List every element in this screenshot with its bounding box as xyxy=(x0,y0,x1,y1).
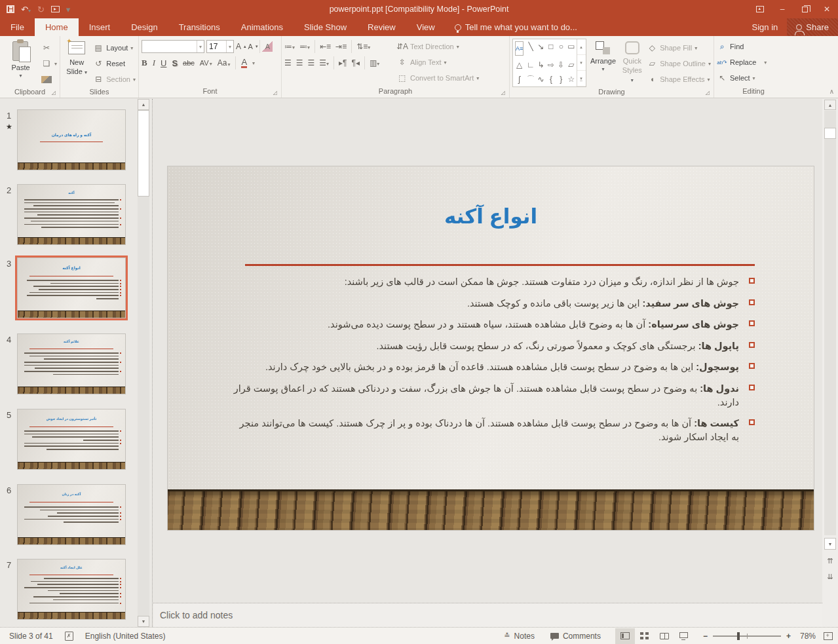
elbow-arrow-icon[interactable]: ↳ xyxy=(536,58,546,72)
right-arrow-shape-icon[interactable]: ⇨ xyxy=(546,58,556,72)
bullet-item[interactable]: پاپول ها: برجستگی های کوچک و معمولاً صور… xyxy=(233,339,755,353)
thumbnail-canvas[interactable]: تأثیر تستوسترون در ایجاد جوش xyxy=(17,409,126,470)
shape-gallery-scroll[interactable]: ▴ ▾ ▾̲ xyxy=(577,39,586,86)
new-slide-button[interactable]: New Slide ▾ xyxy=(63,39,90,87)
rounded-rect-shape-icon[interactable]: ▭ xyxy=(566,39,576,54)
tab-animations[interactable]: Animations xyxy=(231,18,294,36)
format-painter-button[interactable] xyxy=(41,73,57,86)
underline-button[interactable]: U xyxy=(161,58,166,68)
increase-indent-button[interactable]: ⇥≡ xyxy=(335,42,347,51)
tab-slideshow[interactable]: Slide Show xyxy=(294,18,357,36)
thumbnail-canvas[interactable]: آکنه در زنان xyxy=(17,484,126,545)
tab-design[interactable]: Design xyxy=(121,18,168,36)
start-from-beginning-icon[interactable] xyxy=(51,6,60,12)
copy-button[interactable]: ❏▾ xyxy=(41,57,57,70)
main-vertical-scrollbar[interactable]: ▲ ▼ ⇈ ⇊ xyxy=(822,99,838,627)
thumb-scroll-down-icon[interactable]: ▼ xyxy=(138,616,149,627)
close-button[interactable]: ✕ xyxy=(816,0,838,18)
slide-sorter-view-button[interactable] xyxy=(635,628,655,644)
slide-canvas[interactable]: انواع آکنه جوش ها از نظر اندازه، رنگ و م… xyxy=(167,166,814,531)
parallelogram-shape-icon[interactable]: ▱ xyxy=(566,58,576,72)
customize-qat-icon[interactable]: ▾ xyxy=(66,5,71,14)
align-right-button[interactable]: ☰ xyxy=(308,58,315,67)
tab-review[interactable]: Review xyxy=(357,18,406,36)
rectangle-shape-icon[interactable]: □ xyxy=(546,39,556,54)
replace-button[interactable]: ab↷Replace▾ xyxy=(717,56,767,69)
shape-scroll-down-icon[interactable]: ▾ xyxy=(577,55,586,71)
shape-effects-button[interactable]: ◖Shape Effects▾ xyxy=(647,73,711,86)
left-brace-shape-icon[interactable]: { xyxy=(546,72,556,86)
textbox-shape-icon[interactable]: A≡ xyxy=(515,41,524,56)
shape-more-icon[interactable]: ▾̲ xyxy=(577,71,586,86)
thumbnail-canvas[interactable]: آکنه xyxy=(17,184,126,245)
cut-button[interactable]: ✂ xyxy=(41,41,57,54)
thumbnail-canvas[interactable]: علائم آکنه xyxy=(17,333,126,394)
bullets-button[interactable]: ≔▾ xyxy=(284,42,295,51)
thumbnail-canvas[interactable]: آکنه و راه های درمان xyxy=(17,109,126,170)
tell-me-box[interactable]: Tell me what you want to do... xyxy=(446,18,586,36)
shape-fill-button[interactable]: ◇Shape Fill▾ xyxy=(647,41,711,54)
rtl-direction-button[interactable]: ¶◂ xyxy=(352,58,360,67)
oval-shape-icon[interactable]: ○ xyxy=(556,39,566,54)
bold-button[interactable]: B xyxy=(142,58,147,68)
bullet-item[interactable]: جوش های سرسیاه: آن ها به وضوح قابل مشاهد… xyxy=(233,318,755,331)
zoom-out-button[interactable]: − xyxy=(703,632,708,641)
collapse-ribbon-icon[interactable]: ∧ xyxy=(829,88,834,95)
thumbnail-canvas[interactable]: انواع آکنه xyxy=(17,257,126,318)
convert-smartart-button[interactable]: ⬚Convert to SmartArt▾ xyxy=(397,71,479,85)
decrease-indent-button[interactable]: ⇤≡ xyxy=(320,42,331,51)
thumb-scroll-thumb[interactable] xyxy=(138,110,149,197)
triangle-shape-icon[interactable]: △ xyxy=(513,58,525,72)
clear-formatting-button[interactable]: A xyxy=(262,40,273,53)
tab-home[interactable]: Home xyxy=(35,18,79,36)
thumbnail-scrollbar[interactable]: ▲ ▼ xyxy=(138,99,150,627)
tab-insert[interactable]: Insert xyxy=(79,18,121,36)
line-spacing-button[interactable]: ⇅≡▾ xyxy=(356,42,370,51)
font-color-button[interactable]: A xyxy=(241,58,247,68)
ribbon-display-options-button[interactable] xyxy=(749,0,771,18)
arrange-button[interactable]: Arrange ▾ xyxy=(589,39,618,87)
line-shape-icon[interactable]: ╲ xyxy=(525,39,535,54)
tab-transitions[interactable]: Transitions xyxy=(168,18,231,36)
language-indicator[interactable]: English (United States) xyxy=(85,632,166,641)
zoom-in-button[interactable]: + xyxy=(786,632,791,641)
text-direction-button[interactable]: ⇵AText Direction▾ xyxy=(397,40,479,53)
shape-scroll-up-icon[interactable]: ▴ xyxy=(577,39,586,55)
star-shape-icon[interactable]: ☆ xyxy=(566,72,576,86)
save-icon[interactable] xyxy=(7,5,14,13)
reset-button[interactable]: ↺Reset xyxy=(93,57,136,70)
reading-view-button[interactable] xyxy=(655,628,674,644)
ltr-direction-button[interactable]: ▸¶ xyxy=(339,58,347,67)
text-shadow-button[interactable]: S xyxy=(172,58,178,68)
font-dialog-launcher-icon[interactable]: ◿ xyxy=(273,90,277,96)
spell-check-icon[interactable]: ✗ xyxy=(65,632,73,641)
fit-to-window-icon[interactable] xyxy=(824,632,833,640)
strikethrough-button[interactable]: abc xyxy=(183,59,195,67)
numbering-button[interactable]: ≕▾ xyxy=(299,42,310,51)
clipboard-dialog-launcher-icon[interactable]: ◿ xyxy=(52,90,56,96)
freeform-shape-icon[interactable]: ʃ xyxy=(513,72,525,86)
paste-button[interactable]: Paste ▾ xyxy=(3,39,39,87)
slide-body-text[interactable]: جوش ها از نظر اندازه، رنگ و میزان درد مت… xyxy=(233,275,755,452)
italic-button[interactable]: I xyxy=(153,58,155,68)
arrow-shape-icon[interactable]: ↘ xyxy=(536,39,546,54)
down-arrow-shape-icon[interactable]: ⇩ xyxy=(556,58,566,72)
scroll-down-icon[interactable]: ▼ xyxy=(824,538,836,550)
align-left-button[interactable]: ☰ xyxy=(284,58,292,67)
align-center-button[interactable]: ☰ xyxy=(296,58,303,67)
zoom-slider-thumb[interactable] xyxy=(737,632,740,640)
change-case-button[interactable]: Aa▾ xyxy=(218,58,231,67)
slide-title[interactable]: انواع آکنه xyxy=(168,204,814,229)
layout-button[interactable]: ▤Layout▾ xyxy=(93,41,136,54)
thumbnail-canvas[interactable]: علل ایجاد آکنه xyxy=(17,559,126,620)
drawing-dialog-launcher-icon[interactable]: ◿ xyxy=(706,90,710,96)
normal-view-button[interactable] xyxy=(615,628,635,644)
slideshow-view-button[interactable] xyxy=(674,628,694,644)
restore-button[interactable] xyxy=(793,0,816,18)
section-button[interactable]: ⊟Section▾ xyxy=(93,73,136,86)
select-button[interactable]: ↖Select▾ xyxy=(717,71,767,85)
grow-font-button[interactable]: A▴ xyxy=(236,40,246,53)
bullet-item[interactable]: کیست ها: آن ها به وضوح در سطح پوست قابل … xyxy=(233,417,755,444)
minimize-button[interactable]: – xyxy=(771,0,793,18)
align-text-button[interactable]: ⇳Align Text▾ xyxy=(397,56,479,69)
